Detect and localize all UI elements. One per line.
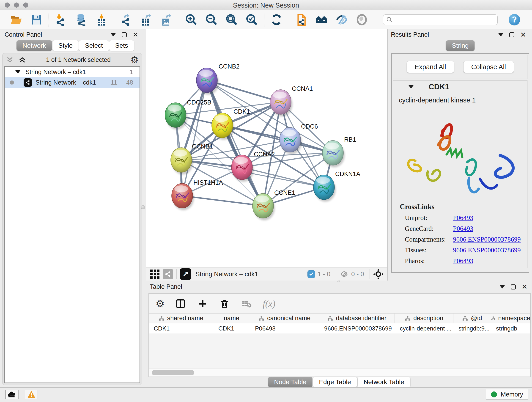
network-node-CDK1[interactable] xyxy=(212,113,234,140)
zoom-selected-button[interactable] xyxy=(245,13,259,27)
edge-CCNB2-HIST1H1A[interactable] xyxy=(182,80,207,196)
column-header-canonicalname[interactable]: canonical name xyxy=(250,313,319,323)
fit-crosshair-icon[interactable] xyxy=(373,269,384,279)
network-collection-row[interactable]: String Network – cdk1 1 xyxy=(5,67,139,77)
refresh-view-button[interactable] xyxy=(269,13,284,27)
show-all-button[interactable] xyxy=(355,13,369,27)
column-header-description[interactable]: description xyxy=(395,313,453,323)
warnings-button[interactable] xyxy=(25,390,38,399)
network-node-CCNA2[interactable] xyxy=(231,155,254,182)
control-panel-menu-icon[interactable] xyxy=(111,33,116,36)
export-network-button[interactable] xyxy=(119,13,133,27)
column-header-id[interactable]: @id xyxy=(453,313,491,323)
delete-table-icon[interactable] xyxy=(241,298,253,310)
collapse-entry-icon[interactable] xyxy=(409,85,413,89)
table-cell[interactable]: CDK1 xyxy=(149,323,213,333)
selected-nodes-checkbox[interactable] xyxy=(307,270,315,278)
table-row[interactable]: CDK1CDK1P064939606.ENSP00000378699cyclin… xyxy=(149,323,530,333)
control-panel-float-icon[interactable] xyxy=(122,32,127,37)
network-node-CDKN1A[interactable] xyxy=(313,175,336,202)
crosslink-link[interactable]: P06493 xyxy=(453,225,473,232)
tab-network-table[interactable]: Network Table xyxy=(358,377,410,387)
table-cell[interactable]: 9606.ENSP00000378699 xyxy=(319,323,395,333)
view-grid-icon[interactable] xyxy=(149,269,160,280)
export-image-button[interactable] xyxy=(159,13,174,27)
tab-node-table[interactable]: Node Table xyxy=(268,377,312,387)
table-cell[interactable]: stringdb xyxy=(491,323,530,333)
control-panel-close-icon[interactable]: ✕ xyxy=(133,32,138,37)
add-column-icon[interactable] xyxy=(196,298,209,310)
tab-select[interactable]: Select xyxy=(79,40,109,51)
results-panel-float-icon[interactable] xyxy=(509,32,514,37)
table-cell[interactable]: cyclin-dependent ... xyxy=(395,323,453,333)
column-header-name[interactable]: name xyxy=(213,313,250,323)
network-node-CCNB2[interactable] xyxy=(196,68,219,95)
scrollbar-thumb[interactable] xyxy=(152,370,194,375)
tab-style[interactable]: Style xyxy=(52,40,79,51)
table-cell[interactable]: P06493 xyxy=(250,323,319,333)
network-node-CDC25B[interactable] xyxy=(165,103,187,129)
show-columns-icon[interactable] xyxy=(175,298,186,310)
table-options-gear-icon[interactable]: ⚙ xyxy=(156,299,165,308)
zoom-out-button[interactable] xyxy=(204,13,219,27)
crosslink-link[interactable]: P06493 xyxy=(453,214,473,222)
collapse-all-button[interactable]: Collapse All xyxy=(463,61,514,73)
tab-edge-table[interactable]: Edge Table xyxy=(313,377,357,387)
import-network-from-database-button[interactable] xyxy=(74,13,89,27)
table-panel-float-icon[interactable] xyxy=(511,284,516,289)
crosslink-link[interactable]: 9606.ENSP00000378699 xyxy=(453,246,521,254)
table-panel-close-icon[interactable]: ✕ xyxy=(522,284,527,289)
right-splitter[interactable] xyxy=(387,29,388,281)
edge-HIST1H1A-CCNE1[interactable] xyxy=(182,196,263,206)
column-header-databaseidentifier[interactable]: database identifier xyxy=(319,313,395,323)
open-session-button[interactable] xyxy=(9,13,23,27)
tab-sets[interactable]: Sets xyxy=(109,40,134,51)
zoom-fit-button[interactable] xyxy=(225,13,239,27)
save-session-button[interactable] xyxy=(29,13,44,27)
table-cell[interactable]: stringdb:9... xyxy=(453,323,491,333)
memory-button[interactable]: Memory xyxy=(486,389,528,400)
expand-all-button[interactable]: Expand All xyxy=(407,61,454,73)
node-details-header[interactable]: CDK1 xyxy=(393,80,527,93)
string-document-button[interactable] xyxy=(294,13,308,27)
network-row-selected[interactable]: String Network – cdk1 11 48 xyxy=(5,77,139,88)
export-table-button[interactable] xyxy=(139,13,153,27)
left-splitter-handle[interactable] xyxy=(141,205,145,209)
collection-expander-icon[interactable] xyxy=(15,70,20,74)
collapse-all-icon[interactable] xyxy=(6,56,14,63)
hidden-eye-icon[interactable] xyxy=(339,270,349,278)
import-table-from-file-button[interactable] xyxy=(94,13,109,27)
network-node-RB1[interactable] xyxy=(322,140,345,167)
delete-column-trash-icon[interactable] xyxy=(219,298,230,310)
tab-string[interactable]: String xyxy=(446,40,475,51)
function-builder-icon[interactable]: f(x) xyxy=(263,298,275,309)
search-input[interactable] xyxy=(393,15,495,24)
hide-selected-button[interactable] xyxy=(335,13,349,27)
expand-all-icon[interactable] xyxy=(18,56,26,63)
network-options-gear-icon[interactable]: ⚙ xyxy=(130,55,139,64)
network-canvas[interactable]: CCNB2CCNA1CDC25BCDK1CDC6RB1CCNB1CCNA2CDK… xyxy=(146,29,387,267)
table-horizontal-scrollbar[interactable] xyxy=(149,369,530,376)
column-header-namespace[interactable]: namespace xyxy=(491,313,530,323)
import-network-from-file-button[interactable] xyxy=(54,13,68,27)
search-field[interactable] xyxy=(383,14,498,25)
results-panel-close-icon[interactable]: ✕ xyxy=(520,32,526,37)
table-cell[interactable]: CDK1 xyxy=(213,323,250,333)
results-panel-menu-icon[interactable] xyxy=(498,33,503,36)
cloud-status-button[interactable] xyxy=(5,390,19,399)
zoom-in-button[interactable] xyxy=(184,13,198,27)
string-home-button[interactable] xyxy=(314,13,329,27)
column-header-sharedname[interactable]: shared name xyxy=(149,313,213,323)
tab-network[interactable]: Network xyxy=(17,40,52,51)
network-node-HIST1H1A[interactable] xyxy=(172,183,194,210)
crosslink-link[interactable]: P06493 xyxy=(453,257,473,265)
birdseye-view-icon[interactable]: ↗ xyxy=(180,268,191,280)
crosslink-link[interactable]: 9606.ENSP00000378699 xyxy=(453,236,521,243)
share-view-icon[interactable] xyxy=(163,269,173,279)
help-button[interactable]: ? xyxy=(509,14,520,26)
network-node-CCNE1[interactable] xyxy=(253,193,275,220)
crosslink-row: Compartments:9606.ENSP00000378699 xyxy=(400,236,527,243)
table-panel-menu-icon[interactable] xyxy=(500,285,505,288)
network-node-CDC6[interactable] xyxy=(279,128,302,154)
left-splitter[interactable] xyxy=(145,29,145,387)
